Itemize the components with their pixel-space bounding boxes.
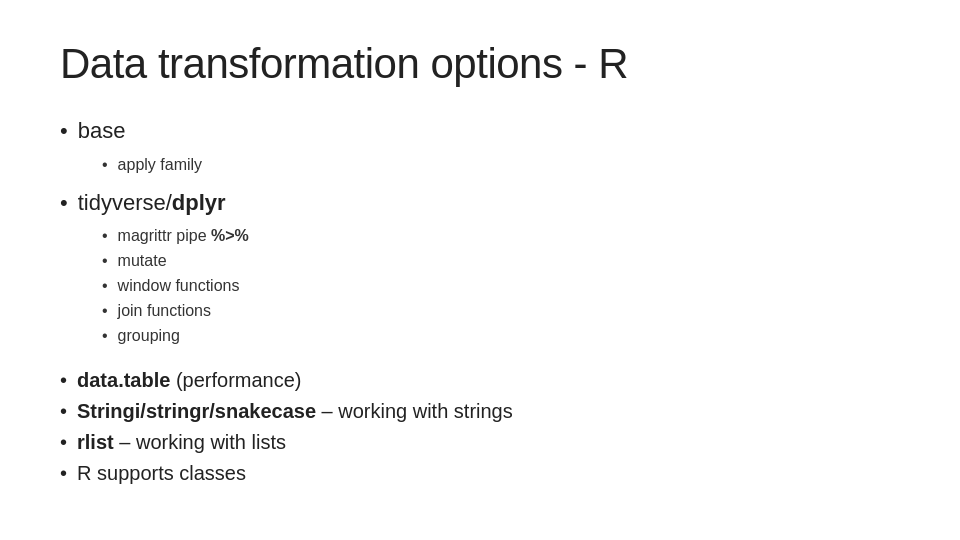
list-item-rlist: • rlist – working with lists [60, 428, 900, 457]
list-item-window-functions: • window functions [102, 274, 900, 299]
label-mutate: mutate [118, 249, 167, 274]
list-item-datatable: • data.table (performance) [60, 366, 900, 395]
bullet-rclasses: • [60, 459, 67, 488]
bullet-magrittr: • [102, 224, 108, 249]
list-item-apply-family: • apply family [102, 153, 900, 178]
sub-list-base: • apply family [102, 153, 900, 178]
bullet-datatable: • [60, 366, 67, 395]
list-item-join-functions: • join functions [102, 299, 900, 324]
label-window-functions: window functions [118, 274, 240, 299]
content: • base • apply family • tidyverse/dplyr … [60, 116, 900, 488]
list-item-grouping: • grouping [102, 324, 900, 349]
label-join-functions: join functions [118, 299, 211, 324]
label-tidyverse: tidyverse/dplyr [78, 188, 226, 219]
bullet-join-functions: • [102, 299, 108, 324]
label-datatable: data.table (performance) [77, 366, 302, 395]
label-grouping: grouping [118, 324, 180, 349]
bullet-apply-family: • [102, 153, 108, 178]
list-item-mutate: • mutate [102, 249, 900, 274]
label-base: base [78, 116, 126, 147]
label-rlist: rlist – working with lists [77, 428, 286, 457]
label-magrittr: magrittr pipe %>% [118, 224, 249, 249]
label-stringi: Stringi/stringr/snakecase – working with… [77, 397, 513, 426]
list-item-rclasses: • R supports classes [60, 459, 900, 488]
list-item-magrittr: • magrittr pipe %>% [102, 224, 900, 249]
slide-title: Data transformation options - R [60, 40, 900, 88]
list-item-stringi: • Stringi/stringr/snakecase – working wi… [60, 397, 900, 426]
bullet-mutate: • [102, 249, 108, 274]
label-rclasses: R supports classes [77, 459, 246, 488]
sub-list-tidyverse: • magrittr pipe %>% • mutate • window fu… [102, 224, 900, 348]
bullet-base: • [60, 116, 68, 147]
bullet-rlist: • [60, 428, 67, 457]
label-apply-family: apply family [118, 153, 202, 178]
bullet-stringi: • [60, 397, 67, 426]
list-item-base: • base [60, 116, 900, 147]
bullet-window-functions: • [102, 274, 108, 299]
slide: Data transformation options - R • base •… [0, 0, 960, 540]
bottom-items: • data.table (performance) • Stringi/str… [60, 366, 900, 488]
bullet-tidyverse: • [60, 188, 68, 219]
bullet-grouping: • [102, 324, 108, 349]
list-item-tidyverse: • tidyverse/dplyr [60, 188, 900, 219]
